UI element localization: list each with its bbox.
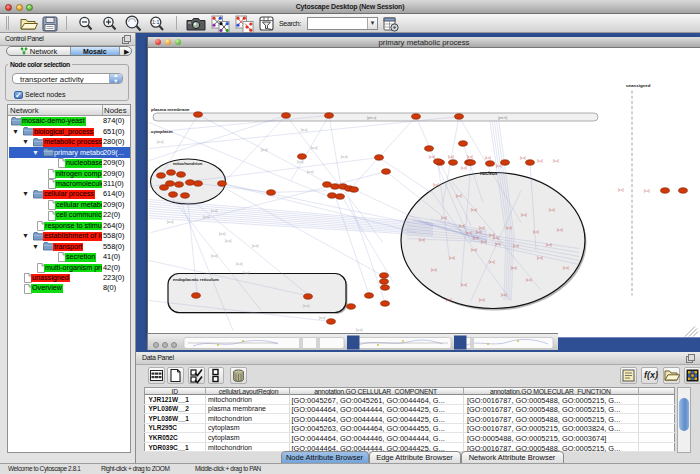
- svg-text:[x-x]: [x-x]: [496, 163, 502, 167]
- svg-text:[x-x]: [x-x]: [537, 255, 543, 259]
- svg-text:[x-x]: [x-x]: [644, 188, 650, 192]
- svg-text:[x-x]: [x-x]: [461, 165, 467, 169]
- svg-text:[x-x]: [x-x]: [511, 265, 517, 269]
- svg-text:[o-o]: [o-o]: [311, 145, 317, 149]
- svg-text:[x-x]: [x-x]: [563, 265, 569, 269]
- svg-text:[x-x]: [x-x]: [467, 154, 473, 158]
- svg-text:[x-x]: [x-x]: [549, 207, 555, 211]
- svg-text:[x-x]: [x-x]: [513, 243, 519, 247]
- svg-text:[x-x]: [x-x]: [489, 259, 495, 263]
- svg-text:[o-o]: [o-o]: [307, 169, 313, 173]
- svg-text:endoplasmic reticulum: endoplasmic reticulum: [173, 276, 219, 281]
- svg-text:[x-x]: [x-x]: [476, 229, 482, 233]
- svg-text:[o-o]: [o-o]: [219, 231, 225, 235]
- svg-text:[x-x]: [x-x]: [441, 215, 447, 219]
- svg-text:[x-x]: [x-x]: [471, 247, 477, 251]
- svg-text:[x-x]: [x-x]: [448, 154, 454, 158]
- svg-text:[pm-b]: [pm-b]: [498, 115, 507, 119]
- svg-text:cytoplasm: cytoplasm: [151, 128, 173, 133]
- svg-text:[x-x]: [x-x]: [521, 212, 527, 216]
- svg-text:[o-o]: [o-o]: [341, 154, 347, 158]
- svg-text:[x-x]: [x-x]: [618, 187, 624, 191]
- svg-text:[x-x]: [x-x]: [433, 182, 439, 186]
- svg-text:[x-x]: [x-x]: [546, 242, 552, 246]
- svg-text:[x-x]: [x-x]: [501, 292, 507, 296]
- svg-text:[o-o]: [o-o]: [303, 303, 309, 307]
- svg-text:[x-x]: [x-x]: [461, 282, 467, 286]
- svg-text:[x-x]: [x-x]: [489, 232, 495, 236]
- svg-text:[o-o]: [o-o]: [225, 238, 231, 242]
- svg-text:nucleus: nucleus: [480, 170, 498, 175]
- svg-text:[o-o]: [o-o]: [252, 243, 258, 247]
- svg-text:[x-x]: [x-x]: [459, 223, 465, 227]
- svg-text:[o-o]: [o-o]: [211, 253, 217, 257]
- svg-text:[o-o]: [o-o]: [243, 270, 249, 274]
- svg-text:[x-x]: [x-x]: [537, 158, 543, 162]
- svg-text:[o-o]: [o-o]: [157, 139, 163, 143]
- svg-text:[x-x]: [x-x]: [495, 241, 501, 245]
- svg-text:[x-x]: [x-x]: [479, 225, 485, 229]
- svg-text:[x-x]: [x-x]: [526, 277, 532, 281]
- svg-text:[o-o]: [o-o]: [236, 261, 242, 265]
- svg-text:[x-x]: [x-x]: [429, 154, 435, 158]
- svg-text:[x-x]: [x-x]: [431, 267, 437, 271]
- svg-text:[o-o]: [o-o]: [297, 159, 303, 163]
- svg-text:[x-x]: [x-x]: [466, 230, 472, 234]
- svg-text:[o-o]: [o-o]: [261, 147, 267, 151]
- svg-text:[x-x]: [x-x]: [557, 227, 563, 231]
- svg-text:[x-x]: [x-x]: [449, 255, 455, 259]
- svg-text:[o-o]: [o-o]: [301, 127, 307, 131]
- svg-text:[x-x]: [x-x]: [471, 207, 477, 211]
- svg-text:[o-o]: [o-o]: [356, 327, 362, 331]
- svg-text:[x-x]: [x-x]: [520, 155, 526, 159]
- svg-text:[x-x]: [x-x]: [419, 237, 425, 241]
- svg-text:[x-x]: [x-x]: [506, 225, 512, 229]
- svg-text:[x-x]: [x-x]: [473, 235, 479, 239]
- svg-text:[x-x]: [x-x]: [479, 297, 485, 301]
- svg-text:[o-o]: [o-o]: [167, 219, 173, 223]
- svg-text:[pm-a]: [pm-a]: [367, 115, 376, 119]
- svg-text:[x-x]: [x-x]: [485, 155, 491, 159]
- svg-text:[x-x]: [x-x]: [446, 297, 452, 301]
- svg-text:[x-x]: [x-x]: [553, 158, 559, 162]
- svg-text:[x-x]: [x-x]: [456, 193, 462, 197]
- svg-text:plasma membrane: plasma membrane: [151, 107, 190, 112]
- svg-text:mitochondrion: mitochondrion: [173, 160, 203, 165]
- svg-text:[x-x]: [x-x]: [481, 239, 487, 243]
- svg-text:[o-o]: [o-o]: [319, 315, 325, 319]
- svg-text:[o-o]: [o-o]: [211, 208, 217, 212]
- svg-text:unassigned: unassigned: [626, 82, 651, 87]
- svg-text:1:1: 1:1: [152, 19, 160, 25]
- svg-text:[o-o]: [o-o]: [203, 214, 209, 218]
- svg-text:[x-x]: [x-x]: [533, 229, 539, 233]
